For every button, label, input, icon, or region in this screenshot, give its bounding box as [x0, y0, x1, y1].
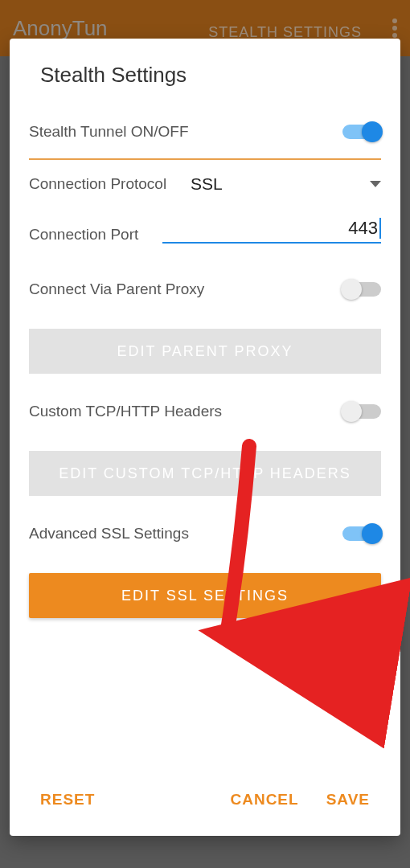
- custom-headers-toggle[interactable]: [342, 404, 381, 419]
- protocol-label: Connection Protocol: [29, 175, 166, 193]
- divider: [29, 158, 381, 160]
- stealth-tunnel-label: Stealth Tunnel ON/OFF: [29, 123, 189, 141]
- parent-proxy-toggle[interactable]: [342, 282, 381, 297]
- custom-headers-row: Custom TCP/HTTP Headers: [29, 403, 381, 420]
- edit-ssl-settings-button[interactable]: EDIT SSL SETTINGS: [29, 573, 381, 618]
- parent-proxy-label: Connect Via Parent Proxy: [29, 280, 204, 298]
- parent-proxy-row: Connect Via Parent Proxy: [29, 280, 381, 298]
- chevron-down-icon: [370, 181, 381, 187]
- advanced-ssl-label: Advanced SSL Settings: [29, 525, 189, 542]
- cancel-button[interactable]: CANCEL: [230, 791, 298, 809]
- stealth-tunnel-toggle[interactable]: [342, 125, 381, 139]
- advanced-ssl-toggle[interactable]: [342, 526, 381, 541]
- protocol-select[interactable]: SSL: [191, 174, 381, 194]
- port-input-wrap[interactable]: [162, 218, 381, 244]
- port-label: Connection Port: [29, 226, 138, 244]
- protocol-value: SSL: [191, 174, 223, 194]
- custom-headers-label: Custom TCP/HTTP Headers: [29, 403, 222, 420]
- port-input[interactable]: [166, 218, 378, 239]
- advanced-ssl-row: Advanced SSL Settings: [29, 525, 381, 542]
- stealth-tunnel-row: Stealth Tunnel ON/OFF: [29, 123, 381, 141]
- dialog-title: Stealth Settings: [40, 63, 381, 88]
- reset-button[interactable]: RESET: [40, 791, 95, 809]
- edit-headers-button[interactable]: EDIT CUSTOM TCP/HTTP HEADERS: [29, 451, 381, 496]
- edit-parent-proxy-button[interactable]: EDIT PARENT PROXY: [29, 329, 381, 374]
- save-button[interactable]: SAVE: [326, 791, 370, 809]
- protocol-row: Connection Protocol SSL: [29, 174, 381, 194]
- stealth-settings-dialog: Stealth Settings Stealth Tunnel ON/OFF C…: [10, 39, 400, 836]
- port-row: Connection Port: [29, 218, 381, 244]
- dialog-footer: RESET CANCEL SAVE: [29, 783, 381, 820]
- text-cursor: [379, 218, 381, 239]
